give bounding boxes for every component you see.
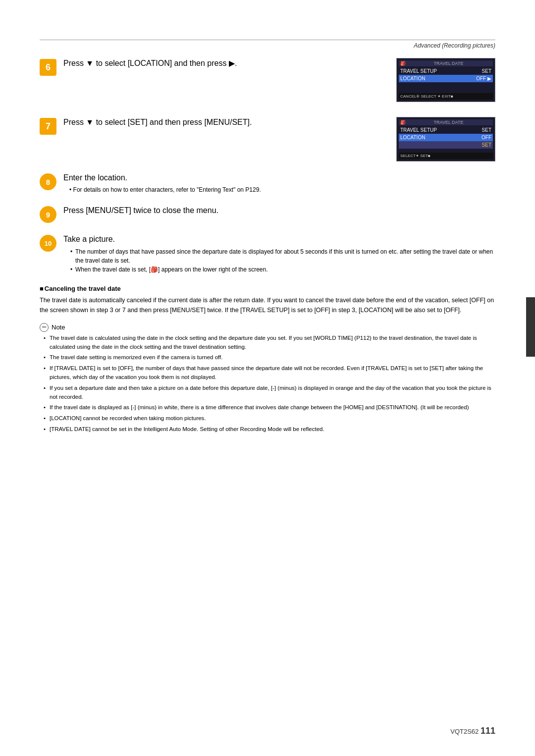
step-9-number: 9 [40,206,56,223]
step-7-text: Press ▼ to select [SET] and then press [… [63,117,386,128]
page-footer: VQT2S62 111 [450,726,495,736]
step-8-content: Enter the location. For details on how t… [63,172,495,194]
step-7-screen: 🎒 TRAVEL DATE TRAVEL SETUP SET LOCATION … [396,117,495,162]
screen1-title-icon: 🎒 [400,61,406,66]
step-10-content: Take a picture. The number of days that … [63,234,495,273]
page-number-prefix: VQT2S62 [450,728,479,735]
step-7-row: 7 Press ▼ to select [SET] and then press… [40,117,495,162]
canceling-body: The travel date is automatically cancele… [40,295,495,315]
screen1-spacer [399,82,493,92]
note-bullet-2: The travel date setting is memorized eve… [44,353,495,362]
screen2-spacer [399,149,493,152]
step-10-bullets: The number of days that have passed sinc… [70,247,495,274]
step-9-content: Press [MENU/SET] twice to close the menu… [63,205,495,218]
note-label-row: ✏ Note [40,323,495,332]
step-8-number: 8 [40,173,56,190]
screen2-row2-value: OFF [482,135,491,140]
note-bullet-7: [TRAVEL DATE] cannot be set in the Intel… [44,425,495,434]
step-7-left: 7 Press ▼ to select [SET] and then press… [40,117,386,135]
screen2-footer: SELECT✦ SET■ [399,153,493,159]
step-10-text: Take a picture. [63,234,495,245]
step-7-number: 7 [40,118,56,135]
screen1-footer: CANCEL⑥ SELECT ✦ EXIT■ [399,93,493,100]
screen1-row1-label: TRAVEL SETUP [400,68,437,74]
screen1-row1-value: SET [482,68,491,74]
step-7-content: Press ▼ to select [SET] and then press [… [63,117,386,130]
screen1-title: 🎒 TRAVEL DATE [399,60,493,66]
screen2-title-text: TRAVEL DATE [434,120,464,125]
note-bullet-6: [LOCATION] cannot be recorded when takin… [44,414,495,423]
screen1-row2-label: LOCATION [400,76,425,81]
step-10-bullet-2: When the travel date is set, [🎒] appears… [70,265,495,274]
screen2-row2: LOCATION OFF [399,134,493,141]
step-6-content: Press ▼ to select [LOCATION] and then pr… [63,58,386,71]
step-6-screen: 🎒 TRAVEL DATE TRAVEL SETUP SET LOCATION … [396,58,495,106]
step-10-bullet-1: The number of days that have passed sinc… [70,247,495,265]
step-8-sub: For details on how to enter characters, … [69,185,495,194]
screen2-row1-label: TRAVEL SETUP [400,127,437,133]
step-6-number: 6 [40,59,56,76]
step-6-left: 6 Press ▼ to select [LOCATION] and then … [40,58,386,76]
step-10-number: 10 [40,235,56,252]
note-label: Note [52,324,65,331]
screen1-row1: TRAVEL SETUP SET [399,67,493,75]
note-bullet-1: The travel date is calculated using the … [44,334,495,352]
canceling-section: Canceling the travel date The travel dat… [40,285,495,315]
screen1-title-text: TRAVEL DATE [434,61,464,66]
note-pencil-icon: ✏ [40,323,49,332]
screen1-row2: LOCATION OFF ▶ [399,75,493,82]
page-content: Advanced (Recording pictures) 6 Press ▼ … [0,0,535,476]
screen2-row2-label: LOCATION [400,135,425,140]
step-8-row: 8 Enter the location. For details on how… [40,172,495,194]
screen2-row1-value: SET [482,127,491,133]
screen2-row1: TRAVEL SETUP SET [399,126,493,134]
step-9-row: 9 Press [MENU/SET] twice to close the me… [40,205,495,223]
step-6-row: 6 Press ▼ to select [LOCATION] and then … [40,58,495,106]
screen2-row3-value: SET [482,142,491,148]
step-8-text: Enter the location. [63,172,495,183]
camera-screen-2: 🎒 TRAVEL DATE TRAVEL SETUP SET LOCATION … [396,117,495,162]
note-section: ✏ Note The travel date is calculated usi… [40,323,495,434]
screen2-title-icon: 🎒 [400,120,406,125]
screen1-row2-value: OFF ▶ [476,76,491,81]
screen2-title: 🎒 TRAVEL DATE [399,119,493,125]
step-9-text: Press [MENU/SET] twice to close the menu… [63,205,495,216]
header-divider [40,40,495,40]
sidebar-tab [526,297,535,357]
step-10-row: 10 Take a picture. The number of days th… [40,234,495,273]
note-bullet-3: If [TRAVEL DATE] is set to [OFF], the nu… [44,364,495,382]
note-bullet-4: If you set a departure date and then tak… [44,384,495,402]
screen2-row3: SET [399,141,493,149]
page-subtitle: Advanced (Recording pictures) [40,42,495,49]
note-bullet-5: If the travel date is displayed as [-] (… [44,403,495,412]
page-number: 111 [481,726,495,736]
note-bullets-list: The travel date is calculated using the … [44,334,495,434]
step-6-text: Press ▼ to select [LOCATION] and then pr… [63,58,386,69]
camera-screen-1: 🎒 TRAVEL DATE TRAVEL SETUP SET LOCATION … [396,58,495,102]
canceling-heading: Canceling the travel date [40,285,495,292]
